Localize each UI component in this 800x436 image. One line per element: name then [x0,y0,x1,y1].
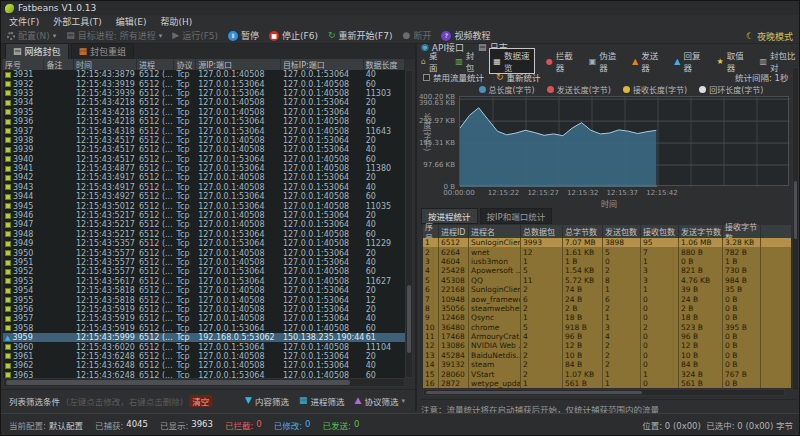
toolbar-button-restart[interactable]: ↻重新开始(F7) [328,29,392,42]
packet-row[interactable]: 395812:15:43:59196512 (...Tcp127.0.0.1:5… [3,324,405,333]
packet-row[interactable]: 394512:15:43:50126512 (...Tcp127.0.0.1:5… [3,201,405,210]
column-header-name[interactable]: 进程名 [469,225,521,238]
column-header-total-bytes[interactable]: 总字节数 [563,225,603,238]
packet-row[interactable]: 394012:15:43:45176512 (...Tcp127.0.0.1:5… [3,155,405,164]
tool-tab-封包[interactable]: ▥封包 [453,49,480,73]
process-row[interactable]: 912468Qsync118 B1018 B0 B [423,313,791,322]
packet-row[interactable]: 394812:15:43:52176512 (...Tcp127.0.0.1:5… [3,230,405,239]
packet-row[interactable]: 393612:15:43:42186512 (...Tcp127.0.0.1:5… [3,117,405,126]
packet-row[interactable]: 393512:15:43:42186512 (...Tcp127.0.0.1:4… [3,108,405,117]
process-row[interactable]: 1439132steam284 B2084 B0 B [423,360,791,369]
tab-网络封包[interactable]: ▤网络封包 [5,43,69,59]
packet-row[interactable]: 394112:15:43:48776512 (...Tcp127.0.0.1:5… [3,164,405,173]
column-header-process[interactable]: 进程 [139,59,174,70]
packet-row[interactable]: 394412:15:43:49276512 (...Tcp127.0.0.1:5… [3,192,405,201]
process-row[interactable]: 26264wnet121.61 KB57880 B782 B [423,247,791,256]
column-header-pid[interactable]: 进程ID [439,225,469,238]
packet-row[interactable]: 396112:15:43:62486512 (...Tcp127.0.0.1:4… [3,352,405,361]
process-row[interactable]: 622168SunloginClient274 B1139 B35 B [423,285,791,294]
process-row[interactable]: 1213086NVIDIA Web ...212 B2012 B0 B [423,341,791,350]
packet-row[interactable]: 393412:15:43:42186512 (...Tcp127.0.0.1:4… [3,98,405,107]
packet-row[interactable]: 393712:15:43:43186512 (...Tcp127.0.0.1:5… [3,126,405,135]
column-header-total-packets[interactable]: 总数据包 [521,225,563,238]
packet-row[interactable]: 394212:15:43:49176512 (...Tcp127.0.0.1:4… [3,173,405,182]
column-header-length[interactable]: 数据长度 [366,59,405,70]
packet-row[interactable]: 394912:15:43:53576512 (...Tcp127.0.0.1:5… [3,239,405,248]
packet-row[interactable]: 396212:15:43:62486512 (...Tcp127.0.0.1:4… [3,361,405,370]
packet-row[interactable]: 393312:15:43:39396512 (...Tcp127.0.0.1:5… [3,89,405,98]
process-row[interactable]: 835056steamwebhelper22 B202 B0 B [423,304,791,313]
tool-tab-取值器[interactable]: ★取值器 [714,49,748,73]
packet-row[interactable]: ▲395912:15:43:59996512 (...Tcp192.168.0.… [3,333,405,342]
packet-row[interactable]: 393212:15:43:39196512 (...Tcp127.0.0.1:5… [3,79,405,88]
packet-row[interactable]: 395612:15:43:59196512 (...Tcp127.0.0.1:4… [3,305,405,314]
packet-row[interactable]: 394612:15:43:52176512 (...Tcp127.0.0.1:4… [3,211,405,220]
column-header-sent-bytes[interactable]: 发送字节数 [679,225,723,238]
filter-button-内容筛选[interactable]: ▼内容筛选 [245,395,289,407]
right-horizontal-scrollbar-thumb[interactable] [426,391,642,394]
column-header-protocol[interactable]: 协议 [176,59,196,70]
recount-button[interactable]: ↻ 重新统计 [496,71,541,83]
right-vertical-scrollbar[interactable] [792,67,799,391]
clear-filter-button[interactable]: 清空 [189,395,212,407]
process-row[interactable]: 1036480chrome5918 B32523 B395 B [423,323,791,332]
column-header-sent-packets[interactable]: 发送包数 [603,225,641,238]
tool-tab-回复器[interactable]: ▲回复器 [672,49,705,73]
stats-tab-按IP和端口统计[interactable]: 按IP和端口统计 [480,208,553,224]
left-vertical-scrollbar-thumb[interactable] [407,285,411,352]
packet-row[interactable]: 393112:15:43:38796512 (...Tcp127.0.0.1:4… [3,70,405,79]
menu-item[interactable]: 编辑(E) [116,15,147,28]
process-row[interactable]: 16512SunloginClient39937.07 MB3898951.06… [423,238,791,247]
column-header-note[interactable]: 备注 [46,59,74,70]
legend-item[interactable]: 回环长度(字节) [699,84,763,95]
toolbar-button-stop[interactable]: ■停止(F6) [269,29,318,42]
packet-row[interactable]: 395512:15:43:58186512 (...Tcp127.0.0.1:4… [3,295,405,304]
menu-item[interactable]: 文件(F) [9,15,39,28]
process-row[interactable]: 1117468ArmouryCrat...496 B4096 B0 B [423,332,791,341]
packet-row[interactable]: 395112:15:43:55776512 (...Tcp127.0.0.1:4… [3,258,405,267]
process-row[interactable]: 545308QQ115.72 KB834.76 KB984 B [423,276,791,285]
legend-item[interactable]: 发送长度(字节) [547,84,611,95]
stats-interval-dropdown[interactable]: 统计间隔: 1秒 ▾ [735,71,795,83]
packet-row[interactable]: 395412:15:43:58186512 (...Tcp127.0.0.1:4… [3,286,405,295]
filter-button-协议筛选[interactable]: ▲协议筛选▾ [355,395,405,407]
packet-row[interactable]: 395012:15:43:55776512 (...Tcp127.0.0.1:4… [3,248,405,257]
tool-tab-发送器[interactable]: ▲发送器 [630,49,663,73]
packet-row[interactable]: 394312:15:43:49176512 (...Tcp127.0.0.1:4… [3,183,405,192]
column-header-dst[interactable]: 目标IP:端口 [283,59,364,70]
tool-tab-桌面[interactable]: ⌂桌面 [419,49,444,73]
process-row[interactable]: 1528060VStart21.07 KB11324 B767 B [423,369,791,378]
left-horizontal-scrollbar[interactable] [3,378,405,387]
tab-封包重组[interactable]: ▦封包重组 [71,43,135,59]
legend-item[interactable]: 接收长度(字节) [623,84,687,95]
packet-row[interactable]: 393812:15:43:45176512 (...Tcp127.0.0.1:4… [3,136,405,145]
process-row[interactable]: 425428Apowersoft ...51.54 KB23821 B730 B [423,266,791,275]
right-horizontal-scrollbar[interactable] [423,389,785,396]
right-vertical-scrollbar-thumb[interactable] [794,181,797,239]
filter-button-进程筛选[interactable]: ▦进程筛选 [299,395,345,407]
process-row[interactable]: 34604iusb3mon11 B010 B1 B [423,257,791,266]
column-header-recv-packets[interactable]: 接收包数 [641,225,679,238]
disable-traffic-stats-checkbox[interactable]: 禁用流量统计 [423,71,484,83]
legend-item[interactable]: 总长度(字节) [479,84,535,95]
left-vertical-scrollbar[interactable] [405,70,413,378]
packet-row[interactable]: 396012:15:43:60206512 (...Tcp127.0.0.1:5… [3,342,405,351]
packet-row[interactable]: 393912:15:43:45176512 (...Tcp127.0.0.1:4… [3,145,405,154]
tool-tab-伪造器[interactable]: ▣伪造器 [587,49,621,73]
packet-row[interactable]: 396312:15:43:62486512 (...Tcp127.0.0.1:5… [3,371,405,379]
toolbar-button-pause[interactable]: Ⅱ暂停 [228,29,259,42]
process-row[interactable]: 1345284BaiduNetdis...210 B2010 B0 B [423,351,791,360]
process-row[interactable]: 710948aow_framework624 B6024 B0 B [423,294,791,303]
menu-item[interactable]: 帮助(H) [160,15,192,28]
menu-item[interactable]: 外部工具(T) [53,15,102,28]
column-header-src[interactable]: 源IP:端口 [198,59,281,70]
column-header-recv-bytes[interactable]: 接收字节数 [723,225,761,238]
packet-row[interactable]: 395712:15:43:59196512 (...Tcp127.0.0.1:4… [3,314,405,323]
left-horizontal-scrollbar-thumb[interactable] [6,380,350,385]
column-header-time[interactable]: 时间 [76,59,137,70]
tool-tab-拦截器[interactable]: ●拦截器 [544,49,578,73]
packet-row[interactable]: 394712:15:43:52176512 (...Tcp127.0.0.1:4… [3,220,405,229]
column-header-seq[interactable]: 序号 [5,59,44,70]
packet-row[interactable]: 395212:15:43:55776512 (...Tcp127.0.0.1:5… [3,267,405,276]
column-header-seq[interactable]: 序号 [423,225,439,238]
